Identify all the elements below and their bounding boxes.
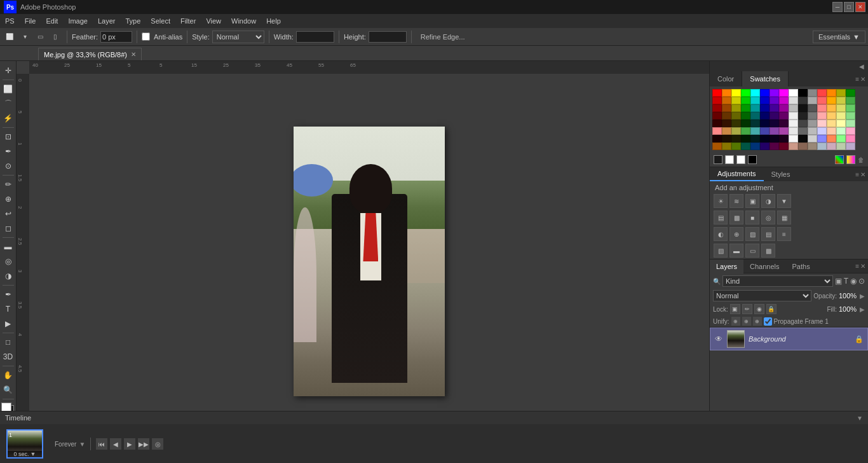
swatch-4-2[interactable] <box>731 120 741 127</box>
eraser-btn[interactable]: ◻ <box>1 221 15 235</box>
swatch-3-2[interactable] <box>731 112 741 120</box>
timeline-collapse-icon[interactable]: ▼ <box>857 415 863 422</box>
fg-color-well[interactable] <box>725 155 734 164</box>
swatch-6-13[interactable] <box>836 135 846 142</box>
lasso-tool-btn[interactable]: ⌒ <box>1 97 15 111</box>
clone-stamp-btn[interactable]: ⊕ <box>1 192 15 206</box>
gradient2-adj-icon[interactable]: ▬ <box>729 244 743 258</box>
swatch-7-2[interactable] <box>731 142 741 150</box>
adj-panel-options[interactable]: ≡ <box>855 171 859 178</box>
swatch-1-7[interactable] <box>779 97 789 104</box>
swatch-3-13[interactable] <box>836 112 846 120</box>
swatch-3-14[interactable] <box>846 112 855 120</box>
lock-pixels-icon[interactable]: ▣ <box>730 304 740 314</box>
levels-adj-icon[interactable]: ≋ <box>729 194 743 208</box>
swatch-5-6[interactable] <box>770 127 779 135</box>
swatch-6-4[interactable] <box>750 135 760 142</box>
swatch-2-10[interactable] <box>808 104 817 112</box>
dodge-btn[interactable]: ◑ <box>1 269 15 283</box>
swatch-4-7[interactable] <box>779 120 789 127</box>
swatch-6-9[interactable] <box>798 135 808 142</box>
swatch-1-2[interactable] <box>731 97 741 104</box>
swatch-7-14[interactable] <box>846 142 855 150</box>
swatch-1-14[interactable] <box>846 97 855 104</box>
blur-btn[interactable]: ◎ <box>1 254 15 268</box>
bg-color-well[interactable] <box>714 155 722 164</box>
timeline-frame-1[interactable]: 1 0 sec. ▼ <box>6 429 43 459</box>
tl-play-btn[interactable]: ▶ <box>124 438 135 450</box>
bw-adj-icon[interactable]: ■ <box>745 211 759 225</box>
swatch-5-1[interactable] <box>722 127 731 135</box>
filter-icon-3[interactable]: ◉ <box>850 277 857 286</box>
colorbal-adj-icon[interactable]: ▩ <box>729 211 743 225</box>
layers-panel-close[interactable]: ✕ <box>860 263 865 270</box>
swatch-5-8[interactable] <box>789 127 798 135</box>
swatch-3-6[interactable] <box>770 112 779 120</box>
invert-adj-icon[interactable]: ⊕ <box>729 227 743 241</box>
swatch-3-3[interactable] <box>741 112 750 120</box>
swatch-6-8[interactable] <box>789 135 798 142</box>
menu-item-help[interactable]: Help <box>261 14 286 28</box>
swatch-7-6[interactable] <box>770 142 779 150</box>
swatch-0-14[interactable] <box>846 89 855 97</box>
swatch-2-3[interactable] <box>741 104 750 112</box>
refine-edge-button[interactable]: Refine Edge... <box>416 30 470 44</box>
swatch-3-10[interactable] <box>808 112 817 120</box>
photo-filter-adj-icon[interactable]: ◎ <box>761 211 775 225</box>
lock-position-icon[interactable]: ✏ <box>742 304 752 314</box>
style-select[interactable]: Normal Fixed Ratio Fixed Size <box>212 31 264 43</box>
swatch-1-5[interactable] <box>760 97 770 104</box>
single-col-btn[interactable]: ▯ <box>48 30 62 44</box>
swatch-2-4[interactable] <box>750 104 760 112</box>
move-tool-btn[interactable]: ✛ <box>1 64 15 78</box>
unify-icon-1[interactable]: ⊕ <box>731 317 740 326</box>
pen-tool-btn[interactable]: ✒ <box>1 287 15 301</box>
color-panel-options[interactable]: ≡ <box>855 76 859 83</box>
history-brush-btn[interactable]: ↩ <box>1 207 15 221</box>
swatch-5-7[interactable] <box>779 127 789 135</box>
swatch-1-0[interactable] <box>712 97 722 104</box>
select2-adj-icon[interactable]: ▭ <box>745 244 759 258</box>
swatch-6-7[interactable] <box>779 135 789 142</box>
gradmap-adj-icon[interactable]: ≡ <box>777 227 791 241</box>
swatch-7-11[interactable] <box>817 142 827 150</box>
swatch-0-10[interactable] <box>808 89 817 97</box>
pattern-adj-icon[interactable]: ▩ <box>761 244 775 258</box>
swatch-0-8[interactable] <box>789 89 798 97</box>
swatch-6-1[interactable] <box>722 135 731 142</box>
swatch-4-0[interactable] <box>712 120 722 127</box>
menu-item-window[interactable]: Window <box>226 14 261 28</box>
swatch-7-3[interactable] <box>741 142 750 150</box>
menu-item-view[interactable]: View <box>201 14 226 28</box>
anti-alias-checkbox[interactable] <box>142 32 150 41</box>
layer-item-background[interactable]: 👁 Background 🔒 <box>710 328 868 350</box>
poster-adj-icon[interactable]: ▨ <box>745 227 759 241</box>
swatch-0-0[interactable] <box>712 89 722 97</box>
swatch-7-1[interactable] <box>722 142 731 150</box>
vibrance-adj-icon[interactable]: ▼ <box>777 194 791 208</box>
adjustments-tab[interactable]: Adjustments <box>710 167 764 181</box>
feather-input[interactable] <box>100 31 132 43</box>
maximize-button[interactable]: □ <box>844 2 854 12</box>
shape-tool-btn[interactable]: □ <box>1 335 15 349</box>
spectrum-well[interactable] <box>846 155 855 164</box>
eyedropper-btn[interactable]: ✒ <box>1 144 15 158</box>
hue-sat-adj-icon[interactable]: ▤ <box>714 211 728 225</box>
paths-tab[interactable]: Paths <box>786 259 817 273</box>
path-select-btn[interactable]: ▶ <box>1 317 15 331</box>
forever-arrow[interactable]: ▼ <box>79 441 85 448</box>
swatch-2-11[interactable] <box>817 104 827 112</box>
swatch-3-5[interactable] <box>760 112 770 120</box>
swatch-6-2[interactable] <box>731 135 741 142</box>
width-input[interactable] <box>296 31 334 43</box>
swatch-1-10[interactable] <box>808 97 817 104</box>
swatch-1-8[interactable] <box>789 97 798 104</box>
swatch-7-7[interactable] <box>779 142 789 150</box>
hand-tool-btn[interactable]: ✋ <box>1 368 15 382</box>
swatch-5-11[interactable] <box>817 127 827 135</box>
swatch-5-10[interactable] <box>808 127 817 135</box>
color-panel-close[interactable]: ✕ <box>860 76 865 83</box>
swatch-2-5[interactable] <box>760 104 770 112</box>
tab-close-icon[interactable]: ✕ <box>131 51 136 58</box>
swatch-7-0[interactable] <box>712 142 722 150</box>
